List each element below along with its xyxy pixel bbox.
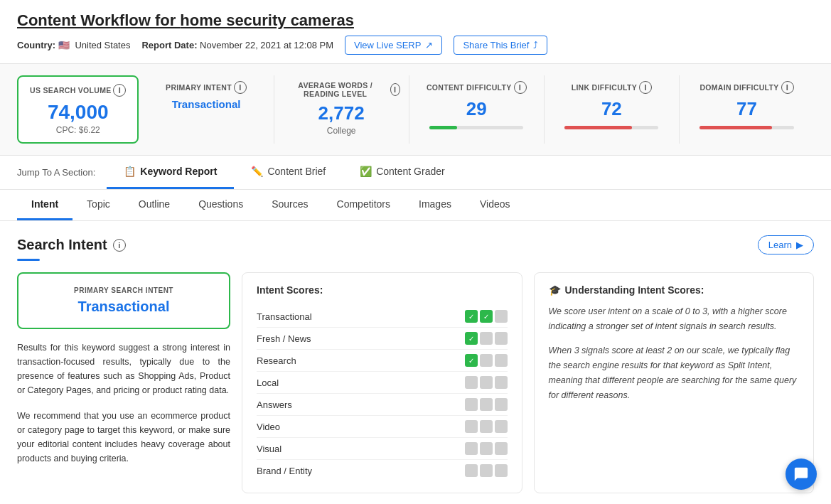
report-date: Report Date: November 22, 2021 at 12:08 … (141, 40, 333, 50)
chat-bubble[interactable] (786, 459, 817, 490)
intent-grid: PRIMARY SEARCH INTENT Transactional Resu… (17, 272, 814, 493)
chat-icon (793, 466, 809, 482)
info-icon-link-diff[interactable]: i (639, 81, 652, 94)
score-boxes-fresh: ✓ (465, 332, 508, 345)
country-name: United States (75, 40, 130, 50)
score-boxes-local (465, 376, 508, 389)
info-icon-words[interactable]: i (390, 83, 400, 96)
metric-value-domain-diff: 77 (688, 98, 805, 120)
primary-intent-value: Transactional (78, 299, 170, 315)
metric-sub-cpc: CPC: $6.22 (30, 125, 126, 135)
metric-label-words: AVERAGE WORDS / READING LEVEL i (283, 81, 400, 98)
score-boxes-brand (465, 464, 508, 477)
sub-tab-intent[interactable]: Intent (17, 190, 73, 220)
score-box (495, 442, 508, 455)
progress-link-difficulty (564, 126, 658, 129)
score-row-local: Local (257, 372, 508, 394)
score-box (495, 332, 508, 345)
metric-label-content-diff: CONTENT DIFFICULTY i (418, 81, 535, 94)
info-icon-domain-diff[interactable]: i (781, 81, 794, 94)
score-box (465, 420, 478, 433)
sub-tab-images[interactable]: Images (404, 190, 466, 220)
sub-tab-sources[interactable]: Sources (257, 190, 322, 220)
scores-title: Intent Scores: (257, 284, 508, 296)
sub-tab-sources-label: Sources (272, 198, 308, 210)
view-live-serp-button[interactable]: View Live SERP ↗ (345, 36, 442, 55)
info-icon-section[interactable]: i (113, 239, 126, 252)
score-row-research: Research ✓ (257, 350, 508, 372)
metric-value-volume: 74,000 (30, 101, 126, 124)
primary-intent-label: PRIMARY SEARCH INTENT (74, 286, 173, 294)
score-boxes-video (465, 420, 508, 433)
score-box (495, 354, 508, 367)
metric-content-difficulty: CONTENT DIFFICULTY i 29 (409, 75, 545, 144)
progress-domain-difficulty (699, 126, 793, 129)
section-underline (17, 259, 40, 261)
intent-description-2: We recommend that you use an ecommerce p… (17, 409, 230, 466)
country-label: Country: 🇺🇸 United States (17, 40, 130, 50)
score-box (465, 442, 478, 455)
learn-button[interactable]: Learn ▶ (758, 235, 814, 254)
intent-scores-card: Intent Scores: Transactional ✓ ✓ Fresh /… (242, 272, 522, 493)
sub-tab-questions-label: Questions (198, 198, 243, 210)
info-icon-volume[interactable]: i (113, 84, 126, 97)
score-row-transactional: Transactional ✓ ✓ (257, 306, 508, 328)
score-box (465, 398, 478, 411)
country-flag: 🇺🇸 (58, 40, 70, 50)
share-brief-button[interactable]: Share This Brief ⤴ (454, 36, 547, 55)
jump-tabs: 📋 Keyword Report ✏️ Content Brief ✅ Cont… (107, 156, 461, 189)
graduation-icon: 🎓 (549, 284, 561, 296)
sub-tab-topic[interactable]: Topic (73, 190, 124, 220)
tab-content-brief[interactable]: ✏️ Content Brief (234, 156, 343, 189)
metric-value-words: 2,772 (283, 102, 400, 124)
metric-label-link-diff: LINK DIFFICULTY i (553, 81, 670, 94)
score-box (480, 442, 493, 455)
score-box (495, 376, 508, 389)
content-grader-label: Content Grader (376, 166, 445, 177)
content-brief-label: Content Brief (267, 166, 326, 177)
score-boxes-answers (465, 398, 508, 411)
metrics-bar: US SEARCH VOLUME i 74,000 CPC: $6.22 PRI… (0, 64, 831, 156)
score-box (495, 310, 508, 323)
intent-left-column: PRIMARY SEARCH INTENT Transactional Resu… (17, 272, 230, 493)
score-boxes-research: ✓ (465, 354, 508, 367)
sub-tab-videos[interactable]: Videos (466, 190, 525, 220)
score-box: ✓ (465, 332, 478, 345)
share-icon: ⤴ (533, 40, 538, 50)
jump-nav: Jump To A Section: 📋 Keyword Report ✏️ C… (0, 156, 831, 190)
score-box (480, 376, 493, 389)
score-box (480, 332, 493, 345)
score-row-answers: Answers (257, 394, 508, 416)
info-icon-content-diff[interactable]: i (514, 81, 527, 94)
sub-tab-competitors[interactable]: Competitors (323, 190, 404, 220)
score-boxes-visual (465, 442, 508, 455)
sub-tab-questions[interactable]: Questions (184, 190, 257, 220)
understanding-title: 🎓 Understanding Intent Scores: (549, 284, 800, 296)
score-box (495, 420, 508, 433)
sub-tab-topic-label: Topic (87, 198, 110, 210)
metric-link-difficulty: LINK DIFFICULTY i 72 (545, 75, 680, 144)
score-box (495, 398, 508, 411)
metric-primary-intent: PRIMARY INTENT i Transactional (139, 75, 274, 144)
learn-play-icon: ▶ (796, 240, 803, 250)
score-boxes-transactional: ✓ ✓ (465, 310, 508, 323)
metric-label-volume: US SEARCH VOLUME i (30, 84, 126, 97)
sub-nav: Intent Topic Outline Questions Sources C… (0, 190, 831, 221)
tab-keyword-report[interactable]: 📋 Keyword Report (107, 156, 234, 189)
score-box: ✓ (465, 354, 478, 367)
page-header: Content Workflow for home security camer… (0, 0, 831, 64)
progress-content-difficulty (429, 126, 523, 129)
content-area: Search Intent i Learn ▶ PRIMARY SEARCH I… (0, 221, 831, 504)
score-row-visual: Visual (257, 438, 508, 460)
sub-tab-outline[interactable]: Outline (124, 190, 184, 220)
score-box (480, 398, 493, 411)
metric-value-intent: Transactional (147, 98, 264, 110)
section-header: Search Intent i Learn ▶ (17, 235, 814, 254)
tab-content-grader[interactable]: ✅ Content Grader (343, 156, 462, 189)
jump-nav-label: Jump To A Section: (17, 157, 95, 188)
info-icon-intent[interactable]: i (234, 81, 247, 94)
sub-tab-competitors-label: Competitors (337, 198, 390, 210)
section-title: Search Intent i (17, 237, 126, 253)
keyword-link[interactable]: home security cameras (180, 11, 354, 29)
score-box: ✓ (465, 310, 478, 323)
